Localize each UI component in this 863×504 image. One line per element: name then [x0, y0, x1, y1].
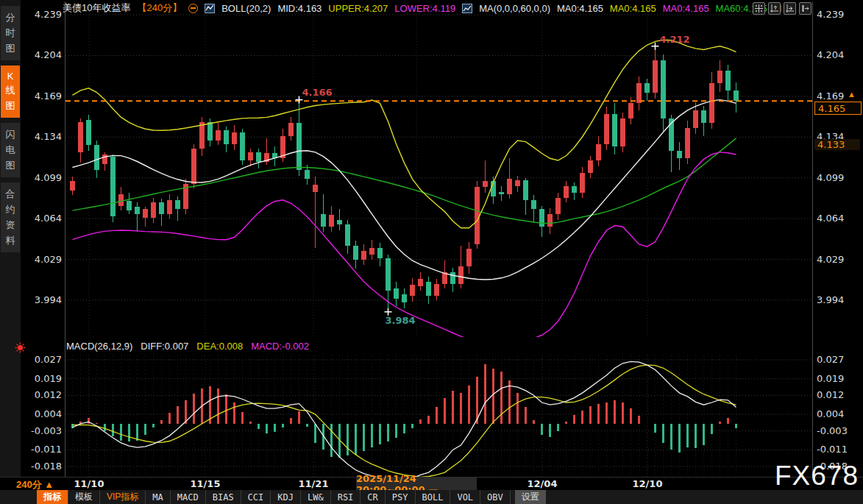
axis-tick: -0.003: [22, 425, 62, 436]
axis-tick: 0.027: [817, 354, 861, 365]
axis-tick: 4.239: [817, 9, 861, 20]
toolbar-button-0[interactable]: 指标: [37, 490, 68, 504]
toolbar-button-12[interactable]: BOLL: [416, 490, 451, 504]
time-axis: 240分 ▲ 2025/11/24 20:00~00:00 — 11/1011/…: [0, 477, 863, 491]
toolbar-button-15[interactable]: 设置: [515, 490, 546, 504]
secondary-price-badge: 4.133: [814, 139, 860, 150]
axis-tick: 3.994: [817, 294, 861, 305]
macd-dea-value: DEA:0.008: [196, 341, 243, 352]
axis-tick: 4.204: [22, 49, 62, 60]
axis-tick: 0.004: [817, 408, 861, 419]
axis-tick: 3.994: [22, 294, 62, 305]
axis-tick: 0.019: [22, 373, 62, 384]
macd-name: MACD(26,12,9): [66, 341, 132, 352]
macd-diff-value: DIFF:0.007: [141, 341, 188, 352]
toolbar-button-2[interactable]: VIP指标: [100, 490, 146, 504]
current-price-badge: 4.165: [814, 102, 862, 115]
period-arrow-icon: ▲: [44, 479, 54, 490]
axis-tick: 4.099: [817, 172, 861, 183]
axis-tick: 4.169: [22, 90, 62, 102]
time-axis-label: 12/04: [528, 478, 558, 489]
axis-tick: 4.064: [22, 213, 62, 224]
axis-tick: -0.018: [22, 461, 62, 472]
axis-tick: 4.239: [22, 9, 62, 20]
macd-value: MACD:-0.002: [251, 341, 309, 352]
toolbar-button-6[interactable]: CCI: [241, 490, 271, 504]
toolbar-button-9[interactable]: RSI: [331, 490, 361, 504]
low-price-marker-label: 3.984: [386, 315, 416, 326]
high-price-marker-label: 4.166: [302, 87, 333, 98]
toolbar-button-3[interactable]: MA: [146, 490, 170, 504]
toolbar-button-11[interactable]: PSY: [386, 490, 416, 504]
toolbar-button-4[interactable]: MACD: [171, 490, 206, 504]
axis-tick: 0.027: [22, 354, 62, 365]
time-axis-label: 12/10: [633, 478, 663, 489]
toolbar-button-1[interactable]: 模板: [68, 490, 100, 504]
candlestick-macd-chart[interactable]: [0, 0, 863, 504]
axis-tick: 4.134: [22, 131, 62, 142]
axis-tick: -0.011: [817, 444, 861, 455]
watermark: FX678: [775, 461, 859, 491]
toolbar-button-14[interactable]: OBV: [480, 490, 511, 504]
macd-header: MACD(26,12,9) DIFF:0.007 DEA:0.008 MACD:…: [66, 341, 309, 352]
time-axis-label: 11/21: [299, 478, 329, 489]
toolbar-button-7[interactable]: KDJ: [271, 490, 301, 504]
selected-time-badge: 2025/11/24 20:00~00:00 —: [356, 478, 477, 490]
axis-tick: 0.019: [817, 373, 861, 384]
axis-tick: 4.204: [817, 49, 861, 60]
axis-tick: 4.029: [817, 254, 861, 265]
indicator-toolbar: 指标模板VIP指标MAMACDBIASCCIKDJLW&RSICRPSYBOLL…: [0, 490, 863, 504]
axis-tick: 4.064: [817, 213, 861, 224]
price-up-arrow-icon: ▲: [848, 90, 856, 99]
high-price-marker-label: 4.212: [660, 34, 690, 45]
axis-tick: -0.003: [817, 425, 861, 436]
time-axis-label: 11/10: [74, 478, 104, 489]
axis-tick: -0.011: [22, 444, 62, 455]
indicator-alert-icon[interactable]: [15, 342, 26, 356]
toolbar-button-13[interactable]: VOL: [450, 490, 480, 504]
toolbar-button-5[interactable]: BIAS: [206, 490, 241, 504]
trading-terminal: 分时图K线图闪电图合约资料 美债10年收益率 【240分】 BOLL(20,2)…: [0, 0, 863, 504]
axis-tick: 4.029: [22, 254, 62, 265]
toolbar-button-10[interactable]: CR: [361, 490, 385, 504]
toolbar-button-8[interactable]: LW&: [301, 490, 331, 504]
axis-tick: 0.012: [22, 389, 62, 400]
axis-tick: 0.004: [22, 408, 62, 419]
axis-tick: 0.012: [817, 389, 861, 400]
time-axis-label: 11/15: [191, 478, 221, 489]
axis-tick: 4.099: [22, 172, 62, 183]
